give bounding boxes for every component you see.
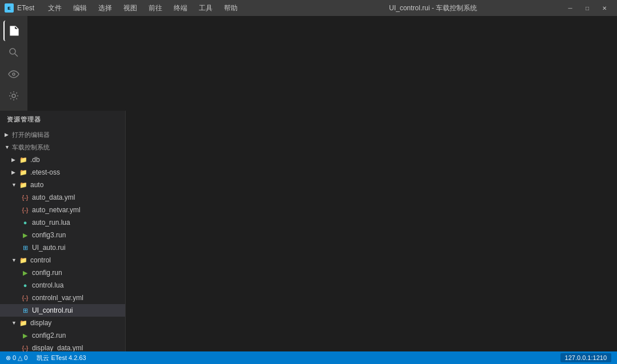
minimize-button[interactable]: ─ xyxy=(562,3,578,13)
menu-file[interactable]: 文件 xyxy=(46,2,64,14)
explorer-icon[interactable] xyxy=(3,21,24,41)
menu-select[interactable]: 选择 xyxy=(96,2,114,14)
sidebar-item-ui-control-rui[interactable]: ⊞ UI_control.rui xyxy=(0,304,125,317)
menu-bar: 文件 编辑 选择 视图 前往 终端 工具 帮助 xyxy=(46,2,304,14)
server-ip[interactable]: 127.0.0.1:1210 xyxy=(560,353,611,362)
sidebar-item-etest-oss[interactable]: ▶ 📁 .etest-oss xyxy=(0,166,125,179)
settings-icon[interactable] xyxy=(3,86,24,106)
window-controls: ─ □ ✕ xyxy=(562,3,612,13)
menu-edit[interactable]: 编辑 xyxy=(71,2,89,14)
sidebar-item-controlnl-var[interactable]: {-} controlnl_var.yml xyxy=(0,292,125,304)
app-version: 凯云 ETest 4.2.63 xyxy=(37,354,86,362)
sidebar-item-config2-run[interactable]: ▶ config2.run xyxy=(0,329,125,342)
error-count: ⊗ 0 △ 0 xyxy=(6,354,27,362)
sidebar-item-open-editors[interactable]: ▶ 打开的编辑器 xyxy=(0,128,125,141)
statusbar: ⊗ 0 △ 0 凯云 ETest 4.2.63 127.0.0.1:1210 xyxy=(0,351,617,364)
statusbar-right: 127.0.0.1:1210 xyxy=(560,353,611,362)
window-title: UI_control.rui - 车载控制系统 xyxy=(304,3,562,13)
menu-tools[interactable]: 工具 xyxy=(197,2,215,14)
menu-goto[interactable]: 前往 xyxy=(146,2,165,14)
sidebar-item-car-system[interactable]: ▼ 车载控制系统 xyxy=(0,141,125,153)
menu-help[interactable]: 帮助 xyxy=(222,2,240,14)
sidebar-item-auto-netvar[interactable]: {-} auto_netvar.yml xyxy=(0,204,125,216)
sidebar-header: 资源管理器 xyxy=(0,111,125,128)
left-icon-bar xyxy=(0,16,27,111)
sidebar-item-ui-auto-rui[interactable]: ⊞ UI_auto.rui xyxy=(0,241,125,254)
sidebar-item-control-lua[interactable]: ● control.lua xyxy=(0,279,125,292)
sidebar-item-display-data[interactable]: {-} display_data.yml xyxy=(0,342,125,351)
file-explorer-sidebar: 资源管理器 ▶ 打开的编辑器 ▼ 车载控制系统 ▶ xyxy=(0,111,126,351)
close-button[interactable]: ✕ xyxy=(596,3,612,13)
svg-point-0 xyxy=(10,48,15,54)
eye-icon[interactable] xyxy=(3,64,24,84)
sidebar-item-config-run[interactable]: ▶ config.run xyxy=(0,266,125,279)
app-icon: E xyxy=(5,3,14,13)
search-icon[interactable] xyxy=(3,42,24,63)
svg-point-2 xyxy=(13,73,15,75)
sidebar-item-config3-run[interactable]: ▶ config3.run xyxy=(0,229,125,241)
sidebar-item-db[interactable]: ▶ 📁 .db xyxy=(0,153,125,166)
svg-point-3 xyxy=(12,94,15,98)
maximize-button[interactable]: □ xyxy=(579,3,595,13)
titlebar: E ETest 文件 编辑 选择 视图 前往 终端 工具 帮助 UI_contr… xyxy=(0,0,617,16)
menu-terminal[interactable]: 终端 xyxy=(171,2,190,14)
sidebar-tree[interactable]: ▶ 打开的编辑器 ▼ 车载控制系统 ▶ 📁 .db xyxy=(0,128,125,351)
sidebar-item-auto-data[interactable]: {-} auto_data.yml xyxy=(0,191,125,204)
svg-line-1 xyxy=(15,54,18,56)
sidebar-item-display[interactable]: ▼ 📁 display xyxy=(0,317,125,329)
menu-view[interactable]: 视图 xyxy=(121,2,139,14)
sidebar-item-auto-run-lua[interactable]: ● auto_run.lua xyxy=(0,216,125,229)
sidebar-item-control[interactable]: ▼ 📁 control xyxy=(0,254,125,266)
sidebar-item-auto[interactable]: ▼ 📁 auto xyxy=(0,179,125,191)
app-name: ETest xyxy=(17,4,34,12)
